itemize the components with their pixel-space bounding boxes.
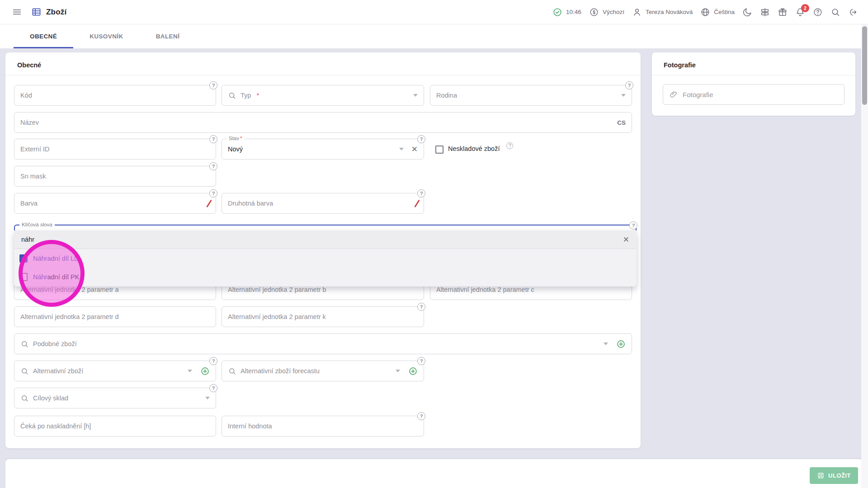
checkbox-checked[interactable] — [19, 254, 28, 263]
nazev-field[interactable]: Název CS — [14, 112, 632, 133]
typ-label: Typ — [241, 92, 251, 99]
kod-label: Kód — [20, 92, 32, 99]
magnifier-icon — [20, 394, 29, 403]
search-icon[interactable] — [830, 7, 840, 17]
alt-zbozi-field[interactable]: Alternativní zboží — [14, 361, 216, 381]
klicova-label: Klíčová slova — [22, 222, 52, 227]
add-plus-icon[interactable] — [616, 339, 626, 349]
add-plus-icon[interactable] — [200, 366, 210, 376]
dropdown-search-row[interactable]: náhr — [14, 230, 637, 249]
required-asterisk: * — [240, 136, 242, 141]
klicova-help-icon[interactable] — [629, 221, 637, 230]
paperclip-icon — [669, 90, 678, 99]
stav-floating-label: Stav * — [226, 136, 245, 141]
alt2d-field[interactable]: Alternativní jednotka 2 parametr d — [14, 306, 216, 327]
option-match-text: Náhr — [33, 273, 47, 281]
sn-mask-help-icon[interactable] — [209, 162, 217, 170]
tab-bar: OBECNÉ KUSOVNÍK BALENÍ — [0, 24, 868, 48]
dropdown-option-nahradni-dil-pk[interactable]: Náhradní díl PK — [14, 267, 637, 286]
divider — [5, 75, 641, 75]
druhotna-barva-label: Druhotná barva — [228, 200, 273, 207]
kod-help-icon[interactable] — [209, 81, 217, 89]
general-section-card: Obecné Kód Typ * Rodina Název CS Externí… — [5, 52, 641, 448]
druhotna-barva-field[interactable]: Druhotná barva — [222, 193, 424, 214]
barva-field[interactable]: Barva — [14, 193, 216, 214]
sn-mask-label: Sn mask — [20, 173, 46, 180]
cilovy-sklad-field[interactable]: Cílový sklad — [14, 388, 216, 408]
ceka-field[interactable]: Čeká po naskladnění [h] — [14, 416, 216, 436]
externi-id-label: Externí ID — [20, 145, 49, 153]
photo-upload-field[interactable]: Fotografie — [663, 84, 844, 105]
logout-icon[interactable] — [848, 7, 858, 17]
interni-hodnota-label: Interní hodnota — [228, 422, 272, 430]
top-app-bar: Zboží 10:46 Výchozí Tereza Nováková Češt… — [0, 0, 868, 24]
alt-zbozi-help-icon[interactable] — [209, 357, 217, 365]
podobne-label: Podobné zboží — [33, 340, 77, 347]
language-selector[interactable]: Čeština — [700, 7, 735, 17]
dropdown-option-nahradni-dil-ld[interactable]: Náhradní díl LD — [14, 249, 637, 267]
stav-value: Nový — [228, 145, 243, 153]
gift-icon[interactable] — [778, 7, 788, 17]
cilovy-sklad-help-icon[interactable] — [209, 384, 217, 392]
dropdown-clear-icon[interactable] — [623, 235, 629, 244]
tab-obecne[interactable]: OBECNÉ — [14, 24, 73, 48]
chevron-down-icon[interactable] — [399, 148, 404, 150]
barva-help-icon[interactable] — [209, 189, 217, 197]
photos-title: Fotografie — [652, 52, 855, 75]
page-title: Zboží — [46, 8, 66, 17]
section-title: Obecné — [5, 52, 641, 75]
externi-id-help-icon[interactable] — [209, 135, 217, 143]
save-button[interactable]: ULOŽIT — [810, 467, 858, 484]
alt-zbozi-label: Alternativní zboží — [33, 367, 83, 375]
pricelist-selector[interactable]: Výchozí — [589, 7, 624, 17]
externi-id-field[interactable]: Externí ID — [14, 139, 216, 160]
podobne-zbozi-field[interactable]: Podobné zboží — [14, 333, 632, 354]
chevron-down-icon[interactable] — [621, 94, 626, 97]
rodina-help-icon[interactable] — [625, 81, 633, 89]
help-icon[interactable] — [813, 7, 823, 17]
color-slash-icon — [414, 199, 420, 207]
alt-forecast-field[interactable]: Alternativní zboží forecastu — [222, 361, 424, 381]
vertical-scrollbar[interactable] — [861, 24, 868, 488]
neskladove-checkbox-row[interactable]: Neskladové zboží — [435, 145, 513, 154]
user-icon — [632, 7, 642, 17]
typ-field[interactable]: Typ * — [222, 85, 424, 106]
cilovy-sklad-label: Cílový sklad — [33, 394, 68, 402]
chevron-down-icon[interactable] — [205, 397, 210, 399]
chevron-down-icon[interactable] — [396, 370, 400, 372]
clock-time: 10:46 — [566, 9, 581, 15]
color-slash-icon — [206, 199, 212, 207]
kod-field[interactable]: Kód — [14, 85, 216, 106]
alt2k-help-icon[interactable] — [417, 303, 425, 311]
checkbox[interactable] — [435, 145, 443, 154]
signpost-icon[interactable] — [760, 7, 770, 17]
stav-help-icon[interactable] — [417, 135, 425, 143]
stav-field[interactable]: Stav * Nový — [222, 139, 424, 160]
scrollbar-thumb[interactable] — [862, 26, 867, 105]
notifications-bell-icon[interactable]: 2 — [795, 7, 805, 17]
sn-mask-field[interactable]: Sn mask — [14, 166, 216, 187]
druhotna-barva-help-icon[interactable] — [417, 189, 425, 197]
option-match-text: Náhr — [33, 255, 47, 262]
chevron-down-icon[interactable] — [413, 94, 418, 97]
interni-hodnota-field[interactable]: Interní hodnota — [222, 416, 424, 436]
chevron-down-icon[interactable] — [188, 370, 192, 372]
tab-kusovnik[interactable]: KUSOVNÍK — [73, 24, 139, 48]
dark-mode-icon[interactable] — [742, 7, 752, 17]
chevron-down-icon[interactable] — [604, 343, 608, 345]
clear-icon[interactable] — [411, 145, 418, 154]
menu-icon[interactable] — [12, 7, 22, 17]
alt2c-label: Alternativní jednotka 2 parametr c — [436, 286, 534, 293]
rodina-field[interactable]: Rodina — [430, 85, 632, 106]
checkbox[interactable] — [19, 273, 28, 281]
save-floppy-icon — [817, 472, 825, 479]
barva-label: Barva — [20, 200, 38, 207]
tab-baleni[interactable]: BALENÍ — [140, 24, 196, 48]
add-plus-icon[interactable] — [408, 366, 418, 376]
sync-status: 10:46 — [552, 7, 581, 17]
neskladove-help-icon[interactable] — [506, 142, 513, 149]
alt-forecast-help-icon[interactable] — [417, 357, 425, 365]
alt2k-field[interactable]: Alternativní jednotka 2 parametr k — [222, 306, 424, 327]
interni-hodnota-help-icon[interactable] — [417, 412, 425, 420]
user-menu[interactable]: Tereza Nováková — [632, 7, 693, 17]
